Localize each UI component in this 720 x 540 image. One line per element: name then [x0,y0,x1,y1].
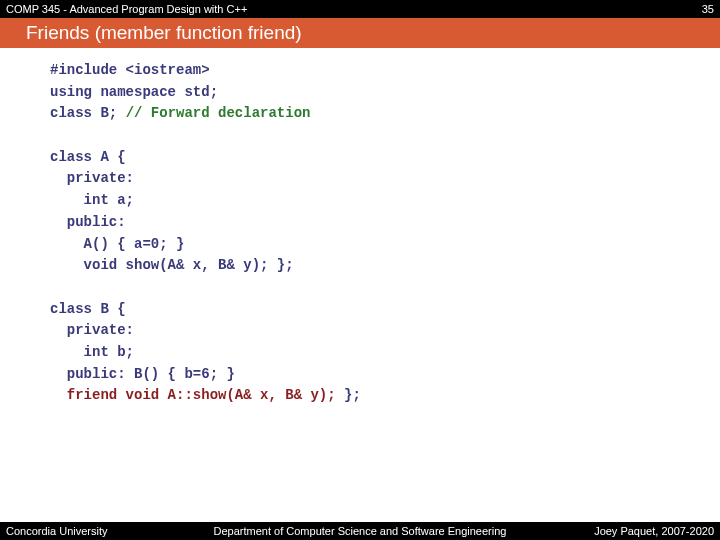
footer-left: Concordia University [6,525,107,537]
slide-title: Friends (member function friend) [26,22,302,44]
code-line: }; [336,387,361,403]
header-bar: COMP 345 - Advanced Program Design with … [0,0,720,18]
code-comment: // Forward declaration [126,105,311,121]
page-number: 35 [702,3,714,15]
code-line: #include <iostream> [50,62,210,78]
code-line: private: [50,170,134,186]
slide: COMP 345 - Advanced Program Design with … [0,0,720,540]
code-line: public: [50,214,126,230]
code-line: using namespace std; [50,84,218,100]
footer-right: Joey Paquet, 2007-2020 [594,525,714,537]
code-line: class B { [50,301,126,317]
code-line: int b; [50,344,134,360]
code-friend-line: friend void A::show(A& x, B& y); [50,387,336,403]
code-line: private: [50,322,134,338]
slide-title-band: Friends (member function friend) [0,18,720,48]
code-line: A() { a=0; } [50,236,184,252]
code-line: int a; [50,192,134,208]
footer-bar: Concordia University Department of Compu… [0,522,720,540]
footer-center: Department of Computer Science and Softw… [214,525,507,537]
code-line: void show(A& x, B& y); }; [50,257,294,273]
course-title: COMP 345 - Advanced Program Design with … [6,3,247,15]
code-line: class B; [50,105,126,121]
code-line: public: B() { b=6; } [50,366,235,382]
code-block: #include <iostream> using namespace std;… [50,60,680,510]
code-line: class A { [50,149,126,165]
